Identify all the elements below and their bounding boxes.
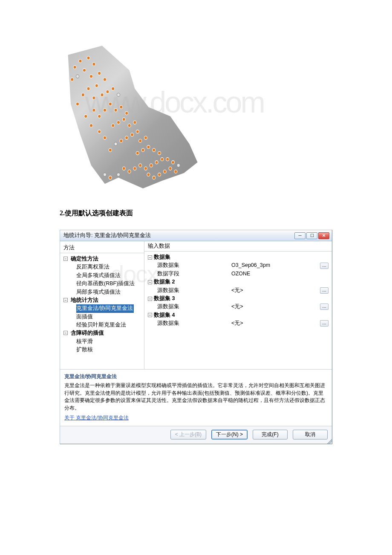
svg-point-53: [158, 173, 161, 176]
svg-point-51: [169, 167, 172, 170]
dialog-titlebar[interactable]: 地统计向导: 克里金法/协同克里金法 ─ ☐ ✕: [60, 230, 332, 241]
svg-point-43: [144, 167, 147, 170]
svg-point-32: [114, 142, 117, 146]
svg-point-38: [153, 148, 156, 152]
svg-point-61: [71, 78, 74, 81]
minimize-button[interactable]: ─: [294, 232, 306, 239]
browse-button[interactable]: …: [320, 320, 329, 327]
svg-point-6: [98, 72, 101, 75]
svg-point-55: [147, 173, 150, 176]
tree-item[interactable]: 反距离权重法: [63, 263, 142, 271]
resize-grip-icon[interactable]: [326, 438, 332, 444]
methods-pane: 方法 − 确定性方法 反距离权重法 全局多项式插值法 径向基函数(RBF)插值法…: [60, 241, 144, 369]
tree-group-geostatistical[interactable]: 地统计方法: [71, 297, 98, 303]
svg-point-13: [106, 90, 109, 93]
svg-point-11: [92, 96, 95, 100]
svg-point-14: [112, 87, 115, 90]
browse-button[interactable]: …: [320, 304, 329, 310]
svg-point-30: [125, 136, 128, 139]
svg-point-1: [87, 56, 90, 60]
tree-group-deterministic[interactable]: 确定性方法: [71, 256, 98, 262]
collapse-icon[interactable]: −: [148, 297, 152, 301]
svg-point-52: [163, 170, 166, 173]
close-button[interactable]: ✕: [318, 232, 329, 239]
svg-point-23: [122, 118, 125, 121]
svg-point-59: [103, 173, 106, 176]
svg-point-8: [95, 84, 98, 87]
finish-button[interactable]: 完成(F): [253, 430, 288, 439]
svg-point-62: [76, 102, 79, 106]
prop-label: 源数据集: [157, 261, 231, 269]
svg-point-24: [117, 121, 120, 124]
source-dataset-value[interactable]: <无>: [231, 286, 320, 295]
svg-point-9: [87, 87, 90, 90]
tree-item[interactable]: 扩散核: [63, 346, 142, 354]
svg-point-17: [103, 108, 106, 112]
svg-point-44: [139, 164, 142, 167]
svg-point-10: [81, 93, 84, 96]
svg-point-40: [161, 158, 164, 161]
svg-point-45: [133, 167, 136, 170]
tree-item[interactable]: 局部多项式插值法: [63, 288, 142, 296]
collapse-icon[interactable]: −: [63, 257, 68, 261]
svg-point-54: [153, 176, 156, 179]
collapse-icon[interactable]: −: [63, 331, 68, 335]
svg-point-41: [155, 161, 158, 164]
svg-point-16: [109, 102, 112, 106]
svg-point-60: [73, 66, 76, 69]
svg-point-64: [89, 124, 92, 127]
svg-point-26: [128, 124, 131, 127]
svg-point-49: [166, 158, 169, 161]
tree-item[interactable]: 全局多项式插值法: [63, 272, 142, 280]
svg-point-20: [114, 108, 117, 112]
source-dataset-value[interactable]: O3_Sep06_3pm: [231, 261, 320, 269]
svg-point-67: [109, 148, 112, 152]
collapse-icon[interactable]: −: [148, 313, 152, 317]
tree-item[interactable]: 径向基函数(RBF)插值法: [63, 280, 142, 288]
svg-point-65: [98, 130, 101, 133]
tree-item-kriging-selected[interactable]: 克里金法/协同克里金法: [76, 304, 134, 312]
dataset3-group: 数据集 3: [154, 295, 175, 303]
methods-tree[interactable]: − 确定性方法 反距离权重法 全局多项式插值法 径向基函数(RBF)插值法 局部…: [60, 253, 144, 356]
collapse-icon[interactable]: −: [148, 255, 152, 260]
input-data-pane: 输入数据 − 数据集 源数据集 O3_Sep06_3pm … 数据字段 OZON…: [144, 241, 332, 369]
source-dataset-value[interactable]: <无>: [231, 319, 320, 327]
tree-item[interactable]: 面插值: [63, 313, 142, 321]
svg-point-28: [136, 130, 139, 133]
svg-point-7: [103, 78, 106, 81]
svg-point-22: [125, 112, 128, 115]
tree-item[interactable]: 经验贝叶斯克里金法: [63, 321, 142, 329]
browse-button[interactable]: …: [320, 287, 329, 294]
about-kriging-link[interactable]: 关于 克里金法/协同克里金法: [64, 414, 129, 422]
collapse-icon[interactable]: −: [148, 280, 152, 284]
maximize-button[interactable]: ☐: [306, 232, 317, 239]
dialog-title: 地统计向导: 克里金法/协同克里金法: [63, 232, 294, 239]
svg-point-31: [120, 139, 123, 142]
description-title: 克里金法/协同克里金法: [64, 373, 328, 380]
source-dataset-value[interactable]: <无>: [231, 303, 320, 311]
svg-point-58: [109, 176, 112, 179]
svg-point-4: [76, 75, 79, 78]
input-data-header: 输入数据: [144, 241, 332, 251]
collapse-icon[interactable]: −: [63, 298, 68, 302]
tree-item[interactable]: 核平滑: [63, 338, 142, 346]
svg-point-56: [177, 164, 180, 167]
geostatistical-wizard-dialog: 地统计向导: 克里金法/协同克里金法 ─ ☐ ✕ 方法 − 确定性方法 反距离权…: [60, 230, 332, 444]
california-map-image: [64, 43, 200, 196]
back-button: < 上一步(B): [170, 430, 206, 439]
next-button[interactable]: 下一步(N) >: [211, 430, 248, 439]
prop-label: 数据字段: [157, 270, 231, 278]
svg-point-15: [117, 93, 120, 96]
cancel-button[interactable]: 取消: [293, 430, 328, 439]
data-field-value[interactable]: OZONE: [231, 270, 329, 278]
tree-group-barriers[interactable]: 含障碍的插值: [71, 330, 104, 336]
svg-point-34: [144, 136, 147, 139]
prop-label: 源数据集: [157, 319, 231, 327]
section-title: 2.使用默认选项创建表面: [60, 209, 332, 218]
svg-point-42: [150, 164, 153, 167]
svg-point-39: [158, 151, 161, 155]
methods-header: 方法: [60, 243, 144, 253]
svg-point-12: [101, 93, 104, 96]
svg-point-47: [122, 167, 125, 170]
browse-button[interactable]: …: [320, 263, 329, 269]
